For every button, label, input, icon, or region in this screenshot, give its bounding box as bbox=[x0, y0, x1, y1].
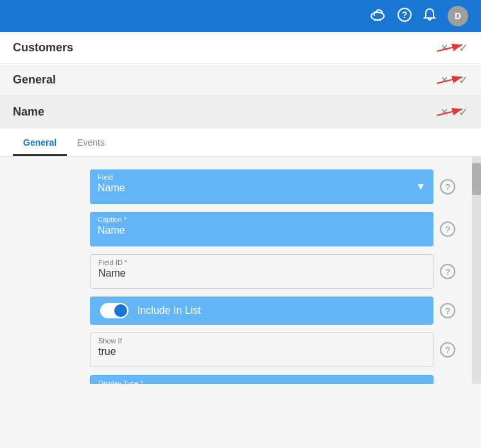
scrollbar-thumb[interactable] bbox=[472, 163, 481, 195]
show-if-row: Show If true ? bbox=[90, 332, 455, 367]
confirm-customers-button[interactable]: ✓ bbox=[459, 41, 468, 55]
display-type-row: Display Type * _Text ✕ <> ▼ ? bbox=[90, 375, 455, 384]
show-if-label: Show If bbox=[98, 337, 425, 345]
include-in-list-row: Include In List ? bbox=[90, 297, 455, 325]
caption-help-icon[interactable]: ? bbox=[440, 221, 455, 237]
field-id-row: Field ID * Name ? bbox=[90, 254, 455, 289]
caption-value: Name bbox=[98, 225, 426, 236]
cloud-icon[interactable] bbox=[369, 8, 386, 24]
breadcrumb-general: General × ✓ bbox=[0, 64, 481, 96]
avatar[interactable]: D bbox=[448, 6, 468, 26]
show-if-help-icon[interactable]: ? bbox=[440, 342, 455, 358]
breadcrumb-name-actions: × ✓ bbox=[441, 105, 468, 119]
breadcrumb-general-actions: × ✓ bbox=[441, 73, 468, 87]
main-content: Field Name ▼ ? Caption * Name ? Field ID… bbox=[0, 157, 481, 384]
tab-general[interactable]: General bbox=[13, 131, 67, 156]
breadcrumb-name: Name × ✓ bbox=[0, 96, 481, 128]
breadcrumb-general-title: General bbox=[13, 73, 56, 87]
field-label: Field bbox=[98, 173, 426, 181]
display-type-wrapper[interactable]: Display Type * _Text ✕ <> ▼ bbox=[90, 375, 433, 384]
caption-row: Caption * Name ? bbox=[90, 212, 455, 246]
breadcrumb-customers-title: Customers bbox=[13, 41, 73, 55]
field-chevron-icon[interactable]: ▼ bbox=[415, 181, 426, 193]
field-row: Field Name ▼ ? bbox=[90, 169, 455, 204]
show-if-value: true bbox=[98, 346, 425, 358]
svg-text:?: ? bbox=[402, 10, 408, 20]
toggle-knob bbox=[114, 304, 127, 317]
include-in-list-label: Include In List bbox=[137, 305, 201, 316]
field-wrapper[interactable]: Field Name ▼ bbox=[90, 169, 433, 204]
caption-wrapper[interactable]: Caption * Name bbox=[90, 212, 433, 246]
field-value: Name bbox=[98, 182, 426, 194]
top-bar: ? D bbox=[0, 0, 481, 32]
close-name-button[interactable]: × bbox=[441, 105, 448, 119]
field-id-label: Field ID * bbox=[98, 259, 425, 266]
bell-icon[interactable] bbox=[423, 8, 436, 25]
help-circle-icon[interactable]: ? bbox=[398, 8, 412, 25]
display-type-label: Display Type * bbox=[98, 379, 425, 384]
confirm-name-button[interactable]: ✓ bbox=[459, 105, 468, 119]
field-id-value: Name bbox=[98, 268, 425, 279]
breadcrumb-customers-actions: × ✓ bbox=[441, 40, 468, 55]
field-id-help-icon[interactable]: ? bbox=[440, 264, 455, 279]
breadcrumb-name-title: Name bbox=[13, 105, 44, 119]
field-id-wrapper[interactable]: Field ID * Name bbox=[90, 254, 433, 289]
confirm-general-button[interactable]: ✓ bbox=[459, 73, 468, 87]
include-in-list-toggle[interactable] bbox=[100, 303, 128, 318]
close-general-button[interactable]: × bbox=[441, 73, 448, 87]
show-if-wrapper[interactable]: Show If true bbox=[90, 332, 433, 367]
include-in-list-help-icon[interactable]: ? bbox=[440, 303, 455, 318]
include-in-list-wrapper: Include In List bbox=[90, 297, 433, 325]
tab-events[interactable]: Events bbox=[67, 131, 115, 156]
tabs-row: General Events bbox=[0, 128, 481, 157]
breadcrumb-customers: Customers × ✓ bbox=[0, 32, 481, 64]
close-customers-button[interactable]: × bbox=[441, 40, 448, 55]
scrollbar-track[interactable] bbox=[472, 157, 481, 384]
caption-label: Caption * bbox=[98, 216, 426, 223]
field-help-icon[interactable]: ? bbox=[440, 179, 455, 194]
